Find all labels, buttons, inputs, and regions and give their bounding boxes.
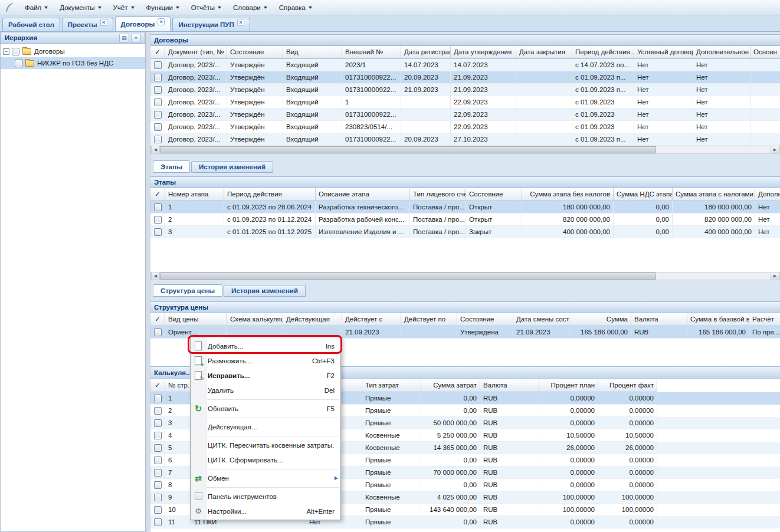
row-checkbox[interactable] (154, 111, 162, 119)
table-row[interactable]: Договор, 2023/...УтверждёнВходящий122.09… (150, 96, 780, 109)
close-icon[interactable]: × (237, 19, 244, 26)
panel-splitter[interactable] (146, 32, 150, 532)
row-checkbox[interactable] (154, 136, 162, 143)
row-checkbox[interactable] (154, 329, 162, 336)
column-header[interactable]: Сумма НДС этапа (614, 188, 673, 201)
row-checkbox[interactable] (154, 61, 162, 69)
row-checkbox[interactable] (154, 407, 162, 415)
tree-expander-icon[interactable]: − (3, 48, 9, 55)
column-header[interactable]: Сумма (569, 313, 631, 326)
menubar-item-documents[interactable]: Документы (54, 2, 107, 13)
menubar-item-reports[interactable]: Отчёты (185, 2, 227, 13)
row-checkbox[interactable] (154, 216, 162, 224)
row-checkbox[interactable] (154, 444, 162, 452)
column-header[interactable]: Дата утверждения (451, 46, 516, 59)
column-header[interactable]: Схема калькуляци (227, 313, 283, 326)
tree-node-contracts-root[interactable]: −Договоры (1, 45, 145, 57)
subtab-stages[interactable]: Этапы (153, 160, 190, 173)
column-header[interactable]: Период действия... (572, 46, 634, 59)
column-header[interactable]: Состояние (466, 188, 522, 201)
scroll-left-icon[interactable]: ◀ (151, 272, 160, 280)
row-checkbox[interactable] (154, 228, 162, 236)
table-row[interactable]: Договор, 2023/...УтверждёнВходящий017310… (150, 71, 780, 84)
context-menu-item-toolbar[interactable]: Панель инструментов (191, 489, 340, 504)
column-header[interactable]: Состояние (457, 313, 513, 326)
column-header[interactable]: Состояние (227, 46, 283, 59)
menubar-item-file[interactable]: Файл (19, 2, 54, 13)
subtab-price-structure[interactable]: Структура цены (153, 284, 222, 297)
column-header[interactable]: Основн (750, 46, 780, 59)
context-menu-item-refresh[interactable]: ОбновитьF5 (191, 401, 340, 416)
column-header[interactable]: Внешний № (342, 46, 401, 59)
row-checkbox[interactable] (154, 481, 162, 489)
column-header[interactable]: Условный договор (634, 46, 693, 59)
contracts-horizontal-scrollbar[interactable]: ◀ ▶ (150, 146, 780, 154)
column-header[interactable]: Дополн (755, 188, 780, 201)
column-header[interactable]: Процент план (539, 379, 598, 392)
context-menu-item-add[interactable]: Добавить...Ins (191, 339, 340, 353)
menubar-item-accounting[interactable]: Учёт (107, 2, 140, 13)
collapse-panel-icon[interactable]: « (131, 34, 141, 42)
column-header[interactable]: Расчёт (749, 313, 780, 326)
column-header[interactable]: Вид (283, 46, 342, 59)
table-row[interactable]: Договор, 2023/...УтверждёнВходящий017310… (150, 84, 780, 96)
table-row[interactable]: Договор, 2023/...УтверждёнВходящий017310… (150, 133, 780, 146)
column-header[interactable]: Тип затрат (362, 379, 421, 392)
stages-horizontal-scrollbar[interactable]: ◀ ▶ (150, 272, 780, 280)
column-header[interactable]: Валюта (631, 313, 687, 326)
tab-projects[interactable]: Проекты× (62, 18, 113, 31)
row-checkbox[interactable] (154, 518, 162, 526)
row-checkbox[interactable] (154, 395, 162, 402)
context-menu-item-edit[interactable]: Исправить...F2 (191, 368, 340, 383)
column-header[interactable]: Сумма этапа с налогами (673, 188, 755, 201)
close-icon[interactable]: × (158, 18, 165, 25)
column-header[interactable]: Действует по (401, 313, 457, 326)
scroll-right-icon[interactable]: ▶ (771, 272, 779, 280)
column-header[interactable]: Дата закрытия (516, 46, 572, 59)
column-header[interactable]: Дата регистрации (401, 46, 451, 59)
table-row[interactable]: Договор, 2023/...УтверждёнВходящий230823… (150, 121, 780, 133)
column-header[interactable]: Сумма затрат (421, 379, 480, 392)
subtab-price-history[interactable]: История изменений (224, 285, 306, 297)
row-checkbox[interactable] (154, 123, 162, 131)
row-checkbox[interactable] (154, 494, 162, 501)
menubar-item-help[interactable]: Справка (273, 2, 318, 13)
context-menu-item-citk-form[interactable]: ЦИТК. Сформировать... (191, 452, 340, 467)
table-row[interactable]: 3с 01.01.2025 по 01.12.2025Изготовление … (150, 226, 780, 238)
row-checkbox[interactable] (154, 506, 162, 514)
column-header[interactable]: Действующая (283, 313, 342, 326)
context-menu-item-exchange[interactable]: Обмен▶ (191, 471, 340, 485)
context-menu-item-current[interactable]: Действующая... (191, 419, 340, 434)
column-header[interactable]: Период действия (224, 188, 316, 201)
table-row[interactable]: Договор, 2023/...УтверждёнВходящий017310… (150, 109, 780, 121)
column-header[interactable]: Сумма этапа без налогов (522, 188, 614, 201)
row-checkbox[interactable] (154, 74, 162, 81)
row-checkbox[interactable] (154, 457, 162, 464)
subtab-stages-history[interactable]: История изменений (191, 161, 273, 173)
column-header[interactable]: Действует с (342, 313, 401, 326)
row-checkbox[interactable] (154, 203, 162, 211)
column-header[interactable]: Сумма в базовой в (687, 313, 749, 326)
scroll-right-icon[interactable]: ▶ (771, 146, 779, 153)
table-row[interactable]: Договор, 2023/...УтверждёнВходящий2023/1… (150, 59, 780, 71)
context-menu-item-settings[interactable]: Настройки...Alt+Enter (191, 504, 340, 518)
column-header[interactable]: Вид цены (165, 313, 227, 326)
table-row[interactable]: 2с 01.09.2023 по 01.12.2024Разработка ра… (150, 214, 780, 226)
tree-node-niokr-goz[interactable]: НИОКР по ГОЗ без НДС (1, 57, 145, 69)
column-header[interactable]: Дата смены состо (513, 313, 569, 326)
column-header[interactable]: Дополнительное с (693, 46, 750, 59)
column-header[interactable]: Тип лицевого счёт (410, 188, 466, 201)
context-menu-item-citk-recalc[interactable]: ЦИТК. Пересчитать косвенные затраты... (191, 438, 340, 452)
context-menu-item-duplicate[interactable]: Размножить...Ctrl+F3 (191, 353, 340, 368)
tab-desktop[interactable]: Рабочий стол (2, 18, 60, 31)
column-header[interactable]: Документ (тип, № (165, 46, 227, 59)
tree-checkbox[interactable] (12, 48, 19, 55)
scrollbar-thumb[interactable] (160, 146, 656, 153)
row-checkbox[interactable] (154, 432, 162, 439)
row-checkbox[interactable] (154, 419, 162, 427)
column-header[interactable]: Описание этапа (316, 188, 410, 201)
row-checkbox[interactable] (154, 469, 162, 477)
row-checkbox[interactable] (154, 86, 162, 94)
column-header[interactable]: Валюта (480, 379, 539, 392)
menubar-item-dictionaries[interactable]: Словари (227, 2, 273, 13)
